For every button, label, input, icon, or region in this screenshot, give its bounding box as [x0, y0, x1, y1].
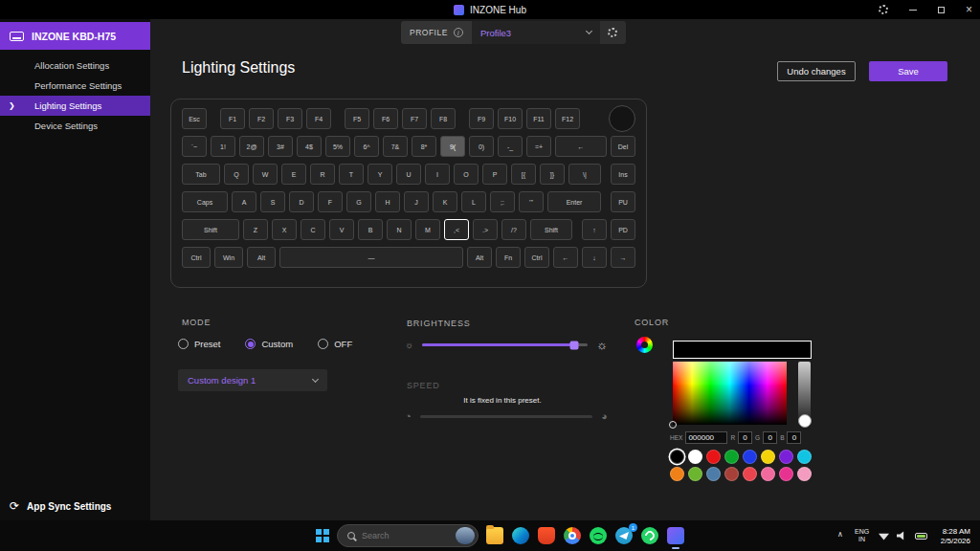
keyboard-key[interactable]: N — [387, 219, 412, 240]
keyboard-key[interactable]: Enter — [547, 191, 601, 212]
profile-dropdown[interactable]: Profile3 — [472, 21, 600, 44]
keyboard-key[interactable]: 3# — [268, 136, 293, 157]
windows-start-button[interactable] — [316, 529, 322, 535]
gradient-picker-marker[interactable] — [669, 421, 677, 429]
color-swatch[interactable] — [761, 450, 775, 464]
app-sync-settings[interactable]: ⟳ App Sync Settings — [10, 499, 111, 513]
r-input[interactable] — [738, 431, 752, 444]
whatsapp-icon[interactable] — [641, 527, 658, 544]
keyboard-key[interactable]: F8 — [431, 108, 456, 129]
close-button[interactable]: × — [966, 4, 972, 15]
keyboard-key[interactable]: F4 — [306, 108, 331, 129]
brave-icon[interactable] — [538, 527, 555, 544]
keyboard-key[interactable]: Shift — [182, 219, 239, 240]
keyboard-key[interactable]: Y — [368, 164, 392, 185]
sidebar-item-device-settings[interactable]: ❯ Device Settings — [0, 116, 150, 136]
keyboard-key[interactable]: ]} — [540, 164, 565, 185]
keyboard-key[interactable]: F6 — [373, 108, 398, 129]
mode-option-custom[interactable]: Custom — [245, 339, 293, 349]
keyboard-key[interactable]: Z — [243, 219, 268, 240]
keyboard-key[interactable]: 7& — [383, 136, 408, 157]
keyboard-key[interactable]: F3 — [278, 108, 302, 129]
keyboard-key[interactable]: Win — [214, 247, 243, 268]
keyboard-key[interactable]: 0) — [469, 136, 494, 157]
value-slider[interactable] — [798, 362, 811, 425]
keyboard-key[interactable]: ← — [553, 247, 578, 268]
custom-design-dropdown[interactable]: Custom design 1 — [178, 369, 327, 391]
taskbar-search[interactable] — [337, 524, 479, 547]
keyboard-key[interactable]: — — [279, 247, 463, 268]
keyboard-key[interactable]: G — [346, 191, 371, 212]
keyboard-key[interactable]: F9 — [469, 108, 494, 129]
keyboard-key[interactable]: Esc — [182, 108, 207, 129]
keyboard-key[interactable]: X — [272, 219, 297, 240]
minimize-button[interactable] — [909, 10, 917, 11]
keyboard-key[interactable]: J — [404, 191, 429, 212]
maximize-button[interactable] — [938, 7, 945, 13]
chrome-icon[interactable] — [564, 527, 581, 544]
color-swatch[interactable] — [761, 467, 775, 481]
color-swatch[interactable] — [724, 467, 739, 481]
keyboard-key[interactable]: → — [611, 247, 635, 268]
keyboard-key[interactable]: 4$ — [297, 136, 322, 157]
color-swatch[interactable] — [670, 450, 684, 464]
keyboard-key[interactable]: Fn — [496, 247, 521, 268]
keyboard-key[interactable]: O — [454, 164, 479, 185]
keyboard-key[interactable]: Ctrl — [182, 247, 211, 268]
color-swatch[interactable] — [743, 450, 757, 464]
keyboard-key[interactable]: [{ — [511, 164, 536, 185]
sidebar-item-lighting-settings[interactable]: ❯ Lighting Settings — [0, 96, 150, 116]
keyboard-key[interactable]: Tab — [182, 164, 220, 185]
keyboard-key[interactable]: I — [425, 164, 450, 185]
keyboard-key[interactable]: F11 — [526, 108, 551, 129]
keyboard-key[interactable]: K — [433, 191, 457, 212]
palette-icon[interactable] — [636, 337, 653, 353]
search-highlight-image[interactable] — [456, 527, 475, 544]
keyboard-key[interactable]: 6^ — [354, 136, 379, 157]
b-input[interactable] — [787, 431, 801, 444]
volume-knob[interactable] — [609, 105, 635, 132]
color-swatch[interactable] — [779, 467, 793, 481]
keyboard-key[interactable]: F5 — [345, 108, 369, 129]
mode-option-preset[interactable]: Preset — [178, 339, 220, 349]
keyboard-key[interactable]: 9( — [440, 136, 465, 157]
keyboard-key[interactable]: Caps — [182, 191, 228, 212]
keyboard-key[interactable]: ← — [555, 136, 607, 157]
keyboard-key[interactable]: PD — [611, 219, 635, 240]
keyboard-key[interactable]: Shift — [530, 219, 572, 240]
keyboard-key[interactable]: E — [281, 164, 306, 185]
keyboard-key[interactable]: `~ — [182, 136, 207, 157]
keyboard-key[interactable]: R — [310, 164, 335, 185]
keyboard-key[interactable]: H — [375, 191, 400, 212]
keyboard-key[interactable]: =+ — [526, 136, 551, 157]
profile-settings-button[interactable] — [600, 21, 626, 44]
keyboard-key[interactable]: L — [461, 191, 486, 212]
keyboard-key[interactable]: F12 — [555, 108, 580, 129]
keyboard-key[interactable]: .> — [473, 219, 498, 240]
hidden-icons-chevron[interactable]: ∧ — [837, 530, 843, 539]
edge-icon[interactable] — [512, 527, 529, 544]
inzone-hub-icon[interactable] — [667, 527, 684, 544]
search-input[interactable] — [362, 531, 449, 540]
keyboard-key[interactable]: T — [339, 164, 364, 185]
keyboard-key[interactable]: /? — [501, 219, 526, 240]
color-swatch[interactable] — [797, 467, 812, 481]
clock[interactable]: 8:28 AM 2/5/2026 — [921, 527, 970, 546]
keyboard-key[interactable]: F7 — [402, 108, 427, 129]
keyboard-key[interactable]: '" — [519, 191, 544, 212]
keyboard-key[interactable]: PU — [611, 191, 635, 212]
keyboard-key[interactable]: Del — [611, 136, 635, 157]
file-explorer-icon[interactable] — [486, 527, 503, 544]
spotify-icon[interactable] — [590, 527, 607, 544]
keyboard-key[interactable]: 2@ — [239, 136, 264, 157]
color-swatch[interactable] — [670, 467, 684, 481]
keyboard-key[interactable]: Q — [224, 164, 249, 185]
keyboard-key[interactable]: ↓ — [582, 247, 607, 268]
color-swatch[interactable] — [688, 467, 702, 481]
telegram-icon[interactable]: 1 — [615, 527, 633, 544]
keyboard-key[interactable]: A — [232, 191, 256, 212]
color-swatch[interactable] — [743, 467, 757, 481]
color-swatch[interactable] — [779, 450, 793, 464]
sidebar-item-allocation-settings[interactable]: ❯ Allocation Settings — [0, 55, 150, 76]
keyboard-key[interactable]: 1! — [211, 136, 235, 157]
